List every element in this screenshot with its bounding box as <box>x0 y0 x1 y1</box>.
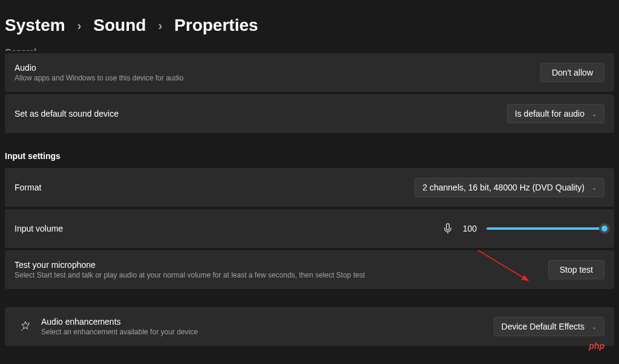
volume-slider[interactable] <box>486 227 604 230</box>
audio-permission-card: Audio Allow apps and Windows to use this… <box>5 53 614 92</box>
format-card: Format 2 channels, 16 bit, 48000 Hz (DVD… <box>5 168 614 207</box>
breadcrumb-sound[interactable]: Sound <box>93 16 146 35</box>
input-volume-card: Input volume 100 <box>5 209 614 248</box>
audio-enhancements-card: Audio enhancements Select an enhancement… <box>5 307 614 346</box>
section-input-settings-label: Input settings <box>5 151 614 161</box>
svg-point-1 <box>28 322 30 323</box>
breadcrumb-properties: Properties <box>174 16 258 35</box>
input-volume-title: Input volume <box>15 224 63 233</box>
volume-slider-thumb[interactable] <box>599 223 610 234</box>
test-mic-subtitle: Select Start test and talk or play audio… <box>15 271 365 279</box>
default-device-value: Is default for audio <box>515 109 585 119</box>
breadcrumb: System › Sound › Properties <box>5 0 614 54</box>
chevron-right-icon: › <box>158 19 162 33</box>
chevron-down-icon: ⌄ <box>592 184 597 191</box>
default-device-dropdown[interactable]: Is default for audio ⌄ <box>507 104 604 123</box>
format-dropdown[interactable]: 2 channels, 16 bit, 48000 Hz (DVD Qualit… <box>414 178 604 197</box>
audio-title: Audio <box>15 63 184 73</box>
breadcrumb-system[interactable]: System <box>5 16 65 35</box>
enhancements-dropdown[interactable]: Device Default Effects ⌄ <box>494 317 604 336</box>
volume-value: 100 <box>463 224 477 233</box>
default-device-card: Set as default sound device Is default f… <box>5 94 614 133</box>
enhancements-subtitle: Select an enhancement available for your… <box>41 328 198 336</box>
dont-allow-button[interactable]: Don't allow <box>540 63 604 82</box>
section-general-label: General <box>5 47 614 51</box>
microphone-icon <box>442 223 453 234</box>
format-value: 2 channels, 16 bit, 48000 Hz (DVD Qualit… <box>422 183 585 192</box>
chevron-down-icon: ⌄ <box>592 323 597 330</box>
enhancements-value: Device Default Effects <box>502 322 585 331</box>
default-device-title: Set as default sound device <box>15 109 119 119</box>
chevron-right-icon: › <box>77 19 82 33</box>
chevron-down-icon: ⌄ <box>592 111 597 117</box>
svg-point-2 <box>21 330 22 331</box>
test-mic-title: Test your microphone <box>15 260 365 270</box>
stop-test-button[interactable]: Stop test <box>548 260 604 279</box>
enhancements-title: Audio enhancements <box>41 317 198 327</box>
test-microphone-card: Test your microphone Select Start test a… <box>5 250 614 289</box>
audio-subtitle: Allow apps and Windows to use this devic… <box>15 74 184 82</box>
format-title: Format <box>15 183 41 192</box>
enhancements-icon <box>19 320 31 333</box>
